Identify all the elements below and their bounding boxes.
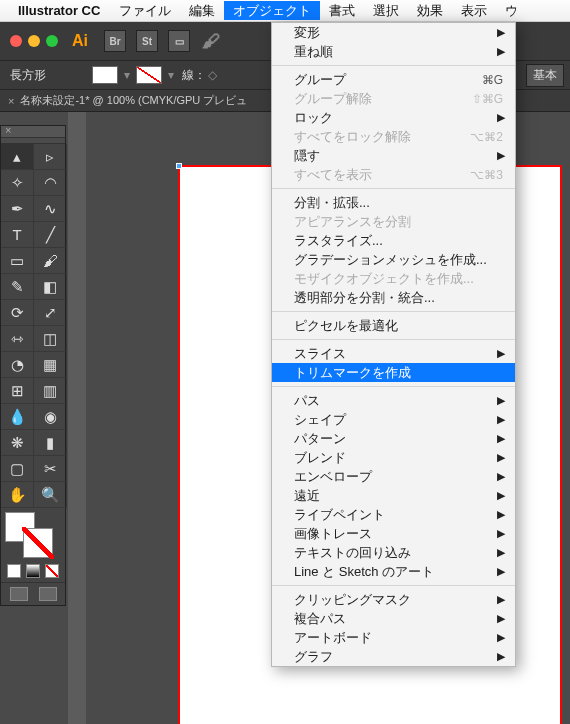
menu-item-パターン[interactable]: パターン▶ [272, 429, 515, 448]
submenu-arrow-icon: ▶ [497, 565, 505, 578]
app-name[interactable]: Illustrator CC [18, 3, 100, 18]
menu-item-label: 分割・拡張... [294, 194, 370, 212]
screen-mode-button[interactable] [39, 587, 57, 601]
menu-item-ピクセルを最適化[interactable]: ピクセルを最適化 [272, 316, 515, 335]
menu-item-label: アピアランスを分割 [294, 213, 411, 231]
fill-swatch[interactable] [92, 66, 118, 84]
slice-tool[interactable]: ✂ [34, 456, 67, 482]
submenu-arrow-icon: ▶ [497, 527, 505, 540]
drawing-mode-button[interactable] [10, 587, 28, 601]
submenu-arrow-icon: ▶ [497, 593, 505, 606]
selection-tool[interactable]: ▴ [1, 144, 34, 170]
stroke-color-icon[interactable] [23, 528, 53, 558]
menu-item-label: モザイクオブジェクトを作成... [294, 270, 474, 288]
fill-stroke-control[interactable] [1, 508, 65, 560]
menu-shortcut: ⌥⌘2 [470, 130, 503, 144]
menu-item-ブレンド[interactable]: ブレンド▶ [272, 448, 515, 467]
zoom-window-button[interactable] [46, 35, 58, 47]
shape-name: 長方形 [10, 67, 46, 84]
eyedropper-tool[interactable]: 💧 [1, 404, 34, 430]
menu-item-重ね順[interactable]: 重ね順▶ [272, 42, 515, 61]
submenu-arrow-icon: ▶ [497, 432, 505, 445]
menu-item-ライブペイント[interactable]: ライブペイント▶ [272, 505, 515, 524]
menu-書式[interactable]: 書式 [320, 1, 364, 20]
menu-item-複合パス[interactable]: 複合パス▶ [272, 609, 515, 628]
shape-builder-tool[interactable]: ◔ [1, 352, 34, 378]
menu-item-label: すべてを表示 [294, 166, 372, 184]
magic-wand-tool[interactable]: ✧ [1, 170, 34, 196]
arrange-docs-button[interactable]: ▭ [168, 30, 190, 52]
submenu-arrow-icon: ▶ [497, 451, 505, 464]
curvature-tool[interactable]: ∿ [34, 196, 67, 222]
stock-button[interactable]: St [136, 30, 158, 52]
menu-item-スライス[interactable]: スライス▶ [272, 344, 515, 363]
close-window-button[interactable] [10, 35, 22, 47]
symbol-sprayer-tool[interactable]: ❋ [1, 430, 34, 456]
scale-tool[interactable]: ⤢ [34, 300, 67, 326]
gradient-mode-button[interactable] [26, 564, 40, 578]
menu-item-アートボード[interactable]: アートボード▶ [272, 628, 515, 647]
menu-item-分割・拡張...[interactable]: 分割・拡張... [272, 193, 515, 212]
menu-item-遠近[interactable]: 遠近▶ [272, 486, 515, 505]
menu-item-シェイプ[interactable]: シェイプ▶ [272, 410, 515, 429]
stroke-swatch[interactable] [136, 66, 162, 84]
menu-ファイル[interactable]: ファイル [110, 1, 180, 20]
menu-item-トリムマークを作成[interactable]: トリムマークを作成 [272, 363, 515, 382]
color-mode-button[interactable] [7, 564, 21, 578]
free-transform-tool[interactable]: ◫ [34, 326, 67, 352]
width-tool[interactable]: ⇿ [1, 326, 34, 352]
mesh-tool[interactable]: ⊞ [1, 378, 34, 404]
menu-item-クリッピングマスク[interactable]: クリッピングマスク▶ [272, 590, 515, 609]
submenu-arrow-icon: ▶ [497, 612, 505, 625]
paintbrush-tool[interactable]: 🖌 [34, 248, 67, 274]
menu-item-label: テキストの回り込み [294, 544, 411, 562]
pen-tool[interactable]: ✒ [1, 196, 34, 222]
type-tool[interactable]: T [1, 222, 34, 248]
gradient-tool[interactable]: ▥ [34, 378, 67, 404]
menu-表示[interactable]: 表示 [452, 1, 496, 20]
column-graph-tool[interactable]: ▮ [34, 430, 67, 456]
artboard-tool[interactable]: ▢ [1, 456, 34, 482]
blend-tool[interactable]: ◉ [34, 404, 67, 430]
menu-ウ[interactable]: ウ [496, 1, 527, 20]
menu-item-パス[interactable]: パス▶ [272, 391, 515, 410]
line-tool[interactable]: ╱ [34, 222, 67, 248]
menu-item-透明部分を分割・統合...[interactable]: 透明部分を分割・統合... [272, 288, 515, 307]
eraser-tool[interactable]: ◧ [34, 274, 67, 300]
tools-panel-header[interactable] [1, 126, 65, 138]
direct-selection-tool[interactable]: ▹ [34, 144, 67, 170]
shaper-tool[interactable]: ✎ [1, 274, 34, 300]
menu-item-label: ブレンド [294, 449, 346, 467]
menu-item-エンベロープ[interactable]: エンベロープ▶ [272, 467, 515, 486]
menu-オブジェクト[interactable]: オブジェクト [224, 1, 320, 20]
menu-item-グラフ[interactable]: グラフ▶ [272, 647, 515, 666]
none-mode-button[interactable] [45, 564, 59, 578]
minimize-window-button[interactable] [28, 35, 40, 47]
selection-handle[interactable] [176, 163, 182, 169]
menu-item-グラデーションメッシュを作成...[interactable]: グラデーションメッシュを作成... [272, 250, 515, 269]
menu-効果[interactable]: 効果 [408, 1, 452, 20]
menu-選択[interactable]: 選択 [364, 1, 408, 20]
graphic-style-basic[interactable]: 基本 [526, 64, 564, 87]
menu-item-画像トレース[interactable]: 画像トレース▶ [272, 524, 515, 543]
menu-item-label: 変形 [294, 24, 320, 42]
rotate-tool[interactable]: ⟳ [1, 300, 34, 326]
menu-item-グループ[interactable]: グループ⌘G [272, 70, 515, 89]
document-tab-title[interactable]: 名称未設定-1* @ 100% (CMYK/GPU プレビュ [20, 93, 247, 108]
menu-item-変形[interactable]: 変形▶ [272, 23, 515, 42]
menu-item-ラスタライズ...[interactable]: ラスタライズ... [272, 231, 515, 250]
menu-item-Line と Sketch のアート[interactable]: Line と Sketch のアート▶ [272, 562, 515, 581]
menu-item-ロック[interactable]: ロック▶ [272, 108, 515, 127]
bridge-button[interactable]: Br [104, 30, 126, 52]
rectangle-tool[interactable]: ▭ [1, 248, 34, 274]
brush-icon[interactable]: 🖌 [200, 30, 222, 52]
menu-編集[interactable]: 編集 [180, 1, 224, 20]
submenu-arrow-icon: ▶ [497, 111, 505, 124]
menu-item-テキストの回り込み[interactable]: テキストの回り込み▶ [272, 543, 515, 562]
hand-tool[interactable]: ✋ [1, 482, 34, 508]
perspective-grid-tool[interactable]: ▦ [34, 352, 67, 378]
zoom-tool[interactable]: 🔍 [34, 482, 67, 508]
close-tab-button[interactable]: × [8, 95, 14, 107]
lasso-tool[interactable]: ◠ [34, 170, 67, 196]
menu-item-隠す[interactable]: 隠す▶ [272, 146, 515, 165]
